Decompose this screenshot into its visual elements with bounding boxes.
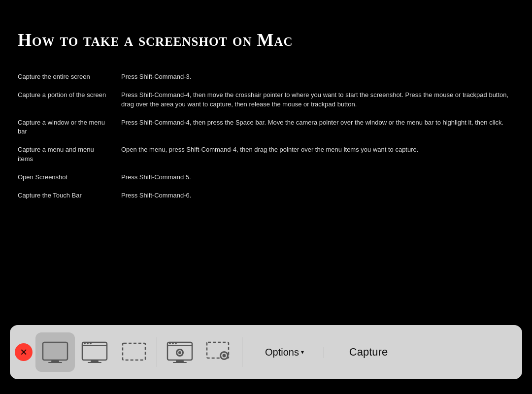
svg-rect-21 [173,362,187,363]
svg-point-14 [169,343,171,345]
record-fullscreen-button[interactable] [160,332,200,372]
toolbar-icons: Options ▾ Capture [35,332,517,372]
capture-label: Capture [349,346,388,359]
shortcut-row: Capture the entire screenPress Shift-Com… [18,68,514,86]
shortcut-action: Capture a portion of the screen [18,86,121,114]
shortcut-action: Capture the entire screen [18,68,121,86]
toolbar: ✕ [10,325,522,379]
svg-point-6 [84,343,86,345]
shortcut-action: Capture the Touch Bar [18,187,121,205]
fullscreen-icon [41,341,69,363]
close-button[interactable]: ✕ [15,343,33,361]
shortcut-keys: Press Shift-Command-6. [121,187,514,205]
shortcuts-table: Capture the entire screenPress Shift-Com… [18,68,514,205]
shortcut-keys: Press Shift-Command-3. [121,68,514,86]
svg-rect-10 [88,362,101,363]
options-button[interactable]: Options ▾ [245,347,324,358]
capture-button[interactable]: Capture [324,346,413,359]
toolbar-divider-1 [157,337,157,367]
svg-rect-1 [43,342,67,360]
svg-point-8 [90,343,92,345]
svg-rect-3 [48,362,62,363]
record-selection-icon [205,341,233,363]
svg-rect-2 [51,361,59,362]
shortcut-keys: Press Shift-Command-4, then move the cro… [121,86,514,114]
options-label: Options [265,347,299,358]
svg-point-16 [175,343,177,345]
record-selection-button[interactable] [200,332,239,372]
svg-rect-20 [176,361,184,362]
svg-rect-13 [167,345,192,346]
shortcut-action: Capture a menu and menu items [18,141,121,168]
shortcut-action: Open Screenshot [18,168,121,187]
shortcut-row: Open ScreenshotPress Shift-Command 5. [18,168,514,187]
shortcut-row: Capture the Touch BarPress Shift-Command… [18,187,514,205]
svg-point-19 [178,351,181,354]
shortcut-keys: Press Shift-Command-4, then press the Sp… [121,114,514,141]
shortcut-keys: Press Shift-Command 5. [121,168,514,187]
svg-point-15 [172,343,174,345]
svg-point-25 [223,354,226,358]
shortcut-action: Capture a window or the menu bar [18,114,121,141]
shortcut-row: Capture a portion of the screenPress Shi… [18,86,514,114]
svg-rect-11 [123,343,145,360]
content-area: How to take a screenshot on Mac Capture … [0,0,532,305]
svg-rect-9 [91,361,99,362]
svg-rect-5 [82,345,107,346]
selection-icon [120,341,148,363]
shortcut-keys: Open the menu, press Shift-Command-4, th… [121,141,514,168]
toolbar-divider-2 [242,337,242,367]
close-icon: ✕ [20,347,28,358]
options-chevron-icon: ▾ [301,349,304,356]
capture-fullscreen-button[interactable] [35,332,75,372]
shortcut-row: Capture a menu and menu itemsOpen the me… [18,141,514,168]
page-title: How to take a screenshot on Mac [18,30,514,50]
window-icon [81,341,108,363]
record-fullscreen-icon [166,341,194,363]
capture-window-button[interactable] [75,332,114,372]
capture-selection-button[interactable] [114,332,154,372]
svg-point-7 [87,343,89,345]
shortcut-row: Capture a window or the menu barPress Sh… [18,114,514,141]
